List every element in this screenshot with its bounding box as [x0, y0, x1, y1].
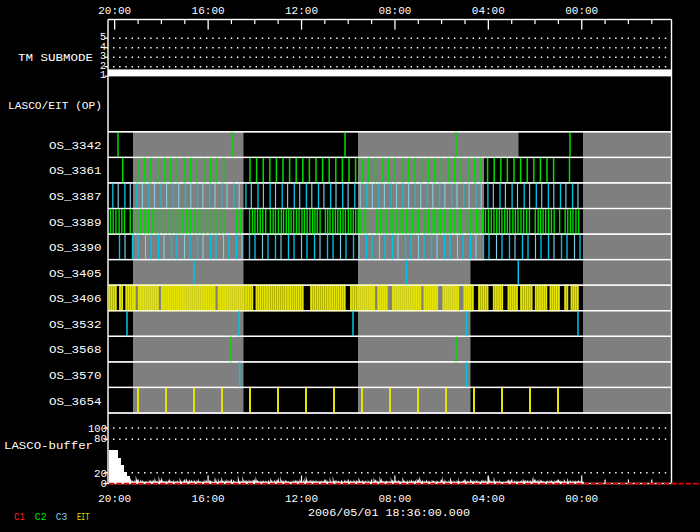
svg-text:20:00: 20:00 — [98, 492, 131, 505]
svg-text:C3: C3 — [56, 510, 68, 523]
svg-text:04:00: 04:00 — [472, 4, 505, 17]
svg-text:OS_3389: OS_3389 — [49, 216, 102, 229]
svg-text:OS_3361: OS_3361 — [49, 164, 102, 177]
svg-text:2006/05/01 18:36:00.000: 2006/05/01 18:36:00.000 — [308, 506, 470, 519]
svg-text:C2: C2 — [35, 510, 47, 523]
svg-text:OS_3406: OS_3406 — [49, 292, 102, 305]
svg-text:EIT: EIT — [77, 510, 90, 523]
svg-text:16:00: 16:00 — [192, 492, 225, 505]
svg-text:20:00: 20:00 — [98, 4, 131, 17]
svg-text:LASCO/EIT (OP): LASCO/EIT (OP) — [8, 99, 102, 112]
svg-text:12:00: 12:00 — [285, 4, 318, 17]
svg-text:OS_3570: OS_3570 — [49, 369, 102, 382]
svg-text:OS_3654: OS_3654 — [49, 395, 102, 408]
svg-text:OS_3568: OS_3568 — [49, 343, 102, 356]
svg-text:00:00: 00:00 — [565, 4, 598, 17]
svg-text:OS_3405: OS_3405 — [49, 267, 102, 280]
svg-text:00:00: 00:00 — [565, 492, 598, 505]
svg-text:OS_3387: OS_3387 — [49, 190, 102, 203]
svg-text:TM SUBMODE: TM SUBMODE — [18, 51, 93, 64]
svg-text:OS_3342: OS_3342 — [49, 139, 102, 152]
svg-text:OS_3532: OS_3532 — [49, 318, 102, 331]
svg-text:LASCO-buffer: LASCO-buffer — [4, 439, 93, 452]
svg-text:12:00: 12:00 — [285, 492, 318, 505]
svg-text:16:00: 16:00 — [192, 4, 225, 17]
svg-text:1: 1 — [100, 68, 106, 81]
svg-text:04:00: 04:00 — [472, 492, 505, 505]
svg-text:C1: C1 — [14, 510, 25, 523]
svg-text:08:00: 08:00 — [378, 4, 411, 17]
svg-text:08:00: 08:00 — [378, 492, 411, 505]
svg-text:OS_3390: OS_3390 — [49, 241, 102, 254]
